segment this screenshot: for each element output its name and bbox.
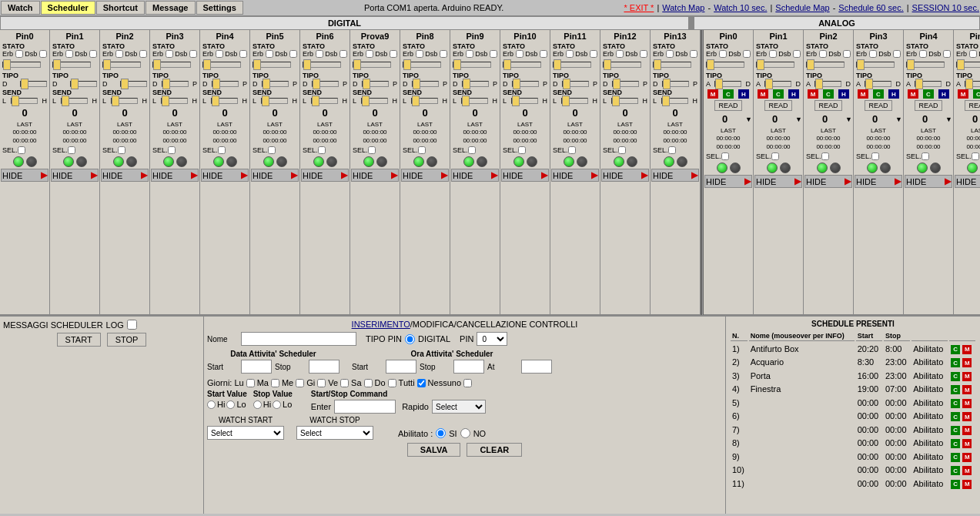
dsb-checkbox-0[interactable] [39,50,47,58]
m-action-btn-8[interactable]: M [962,453,972,462]
stato-slider-11[interactable] [553,62,591,68]
c-action-btn-2[interactable]: C [951,372,960,381]
analog-hide-btn-4[interactable]: HIDE ▶ [905,175,952,188]
c-btn-4[interactable]: C [923,89,934,99]
analog-tipo-slider-3[interactable] [865,81,891,87]
session-10sec-link[interactable]: SESSION 10 sec. [912,3,979,12]
erb-checkbox-2[interactable] [115,50,123,58]
dsb-checkbox-13[interactable] [690,50,697,58]
analog-dsb-checkbox-2[interactable] [843,50,851,58]
tipo-slider-11[interactable] [562,81,589,87]
hide-btn-0[interactable]: HIDE ▶ [1,169,48,182]
erb-checkbox-4[interactable] [216,50,223,58]
send-slider-1[interactable] [61,98,88,104]
m-action-btn-2[interactable]: M [962,372,972,381]
read-btn-4[interactable]: READ [915,100,942,111]
dsb-checkbox-12[interactable] [640,50,647,58]
tab-message[interactable]: Message [145,1,195,15]
enter-input[interactable] [334,400,396,414]
hide-btn-10[interactable]: HIDE ▶ [501,169,549,182]
m-action-btn-5[interactable]: M [962,412,972,421]
send-slider-8[interactable] [411,98,438,104]
tipo-slider-10[interactable] [512,81,539,87]
analog-erb-checkbox-5[interactable] [969,50,977,58]
m-action-btn-1[interactable]: M [962,358,972,367]
dsb-checkbox-1[interactable] [89,50,97,58]
stato-slider-0[interactable] [2,62,41,68]
h-btn-2[interactable]: H [838,89,849,99]
do-checkbox[interactable] [388,379,396,387]
analog-hide-btn-5[interactable]: HIDE ▶ [955,175,980,188]
analog-tipo-slider-0[interactable] [714,81,741,87]
dsb-checkbox-10[interactable] [540,50,547,58]
erb-checkbox-9[interactable] [466,50,473,58]
erb-checkbox-10[interactable] [516,50,523,58]
sel-checkbox-2[interactable] [118,146,125,154]
hide-btn-8[interactable]: HIDE ▶ [401,169,449,182]
tipo-slider-13[interactable] [662,81,689,87]
at-input[interactable] [521,360,552,374]
start-lo-radio[interactable] [226,400,235,409]
read-btn-2[interactable]: READ [814,100,841,111]
hide-btn-12[interactable]: HIDE ▶ [601,169,649,182]
schedule-map-link[interactable]: Schedule Map [775,3,829,12]
erb-checkbox-3[interactable] [166,50,173,58]
start-date-input[interactable] [241,360,272,374]
start-time-input[interactable] [386,360,416,374]
analog-dsb-checkbox-4[interactable] [943,50,951,58]
sa-checkbox[interactable] [364,379,373,387]
stop-date-input[interactable] [309,360,339,374]
analog-erb-checkbox-2[interactable] [819,50,827,58]
analog-dropdown-arrow-2[interactable]: ▼ [845,116,852,123]
analog-hide-btn-0[interactable]: HIDE ▶ [704,175,752,188]
schedule-60sec-link[interactable]: Schedule 60 sec. [838,3,903,12]
hide-btn-1[interactable]: HIDE ▶ [51,169,99,182]
c-btn-5[interactable]: C [973,89,980,99]
schedule-scroll-area[interactable]: N. Nome (mouseover per INFO) Start Stop … [729,330,977,491]
c-action-btn-8[interactable]: C [951,453,960,462]
analog-hide-btn-2[interactable]: HIDE ▶ [804,175,852,188]
lu-checkbox[interactable] [246,379,255,387]
m-action-btn-9[interactable]: M [962,466,972,475]
m-btn-2[interactable]: M [808,89,818,99]
stato-slider-1[interactable] [52,62,91,68]
hide-btn-13[interactable]: HIDE ▶ [651,169,699,182]
c-btn-3[interactable]: C [873,89,884,99]
erb-checkbox-7[interactable] [366,50,373,58]
analog-erb-checkbox-4[interactable] [919,50,927,58]
tab-shortcut[interactable]: Shortcut [96,1,145,15]
start-button[interactable]: START [57,333,101,347]
salva-button[interactable]: SALVA [407,443,461,457]
analog-erb-checkbox-1[interactable] [769,50,777,58]
dsb-checkbox-9[interactable] [490,50,497,58]
read-btn-0[interactable]: READ [714,100,741,111]
analog-dsb-checkbox-3[interactable] [893,50,901,58]
c-action-btn-1[interactable]: C [951,358,960,367]
m-btn-4[interactable]: M [908,89,918,99]
stop-lo-radio[interactable] [273,400,281,409]
m-action-btn-10[interactable]: M [962,480,972,489]
erb-checkbox-5[interactable] [266,50,273,58]
stato-slider-12[interactable] [603,62,641,68]
tutti-checkbox[interactable] [417,379,426,387]
read-btn-3[interactable]: READ [865,100,891,111]
analog-erb-checkbox-0[interactable] [719,50,727,58]
nessuno-checkbox[interactable] [463,379,472,387]
sel-checkbox-13[interactable] [668,146,676,154]
dsb-checkbox-5[interactable] [289,50,297,58]
send-slider-3[interactable] [161,98,188,104]
analog-dropdown-arrow-3[interactable]: ▼ [895,116,902,123]
start-hi-radio[interactable] [207,400,216,409]
analog-hide-btn-1[interactable]: HIDE ▶ [754,175,802,188]
c-btn-0[interactable]: C [723,89,734,99]
watch-map-link[interactable]: Watch Map [662,3,704,12]
hide-btn-4[interactable]: HIDE ▶ [201,169,249,182]
sel-checkbox-9[interactable] [468,146,476,154]
m-action-btn-3[interactable]: M [962,385,972,394]
m-action-btn-6[interactable]: M [962,426,972,435]
hide-btn-6[interactable]: HIDE ▶ [301,169,349,182]
analog-tipo-slider-1[interactable] [764,81,791,87]
erb-checkbox-6[interactable] [316,50,323,58]
read-btn-1[interactable]: READ [764,100,791,111]
stato-slider-8[interactable] [403,62,441,68]
